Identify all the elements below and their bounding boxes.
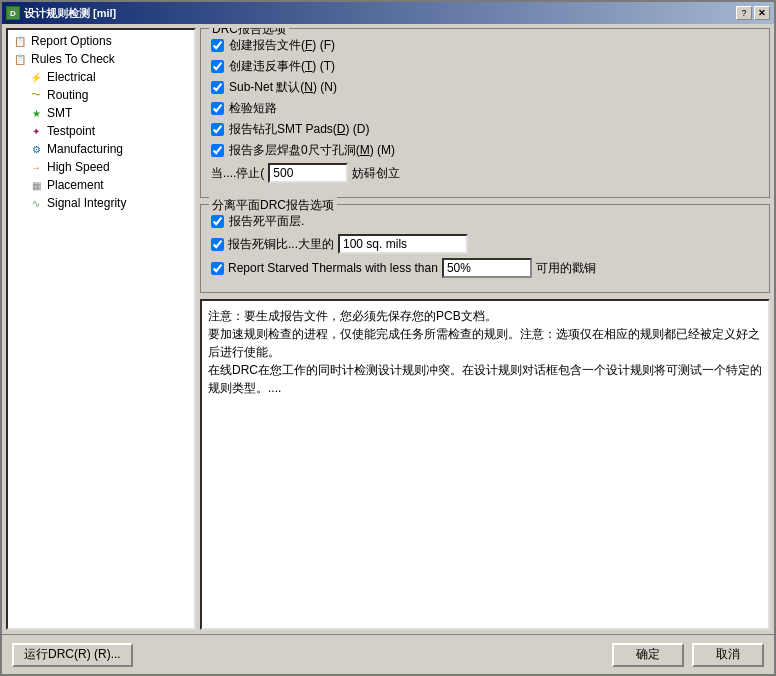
stop-prefix-label: 当....停止( bbox=[211, 165, 264, 182]
check-short-checkbox[interactable] bbox=[211, 102, 224, 115]
subnet-default-row: Sub-Net 默认(N) (N) bbox=[211, 79, 759, 96]
create-violation-row: 创建违反事件(T) (T) bbox=[211, 58, 759, 75]
report-starved-checkbox[interactable] bbox=[211, 262, 224, 275]
sidebar-item-label: Electrical bbox=[47, 70, 96, 84]
sidebar-item-label: Report Options bbox=[31, 34, 112, 48]
drc-section-title: DRC报告选项 bbox=[209, 28, 289, 38]
rules-icon: 📋 bbox=[12, 51, 28, 67]
main-window: D 设计规则检测 [mil] ? ✕ 📋 Report Options 📋 Ru… bbox=[0, 0, 776, 676]
manufacturing-icon: ⚙ bbox=[28, 141, 44, 157]
report-smt-row: 报告钻孔SMT Pads(D) (D) bbox=[211, 121, 759, 138]
subnet-default-checkbox[interactable] bbox=[211, 81, 224, 94]
left-tree-panel: 📋 Report Options 📋 Rules To Check ⚡ Elec… bbox=[6, 28, 196, 630]
plane-section-title: 分离平面DRC报告选项 bbox=[209, 197, 337, 214]
starved-value-input[interactable] bbox=[442, 258, 532, 278]
electrical-icon: ⚡ bbox=[28, 69, 44, 85]
sidebar-item-placement[interactable]: ▦ Placement bbox=[10, 176, 192, 194]
report-dead-copper-checkbox[interactable] bbox=[211, 238, 224, 251]
stop-suffix-label: 妨碍创立 bbox=[352, 165, 400, 182]
sidebar-item-label: Rules To Check bbox=[31, 52, 115, 66]
create-report-label: 创建报告文件(F) (F) bbox=[229, 37, 335, 54]
cancel-button[interactable]: 取消 bbox=[692, 643, 764, 667]
report-multilayer-label: 报告多层焊盘0尺寸孔洞(M) (M) bbox=[229, 142, 395, 159]
window-icon: D bbox=[6, 6, 20, 20]
sidebar-item-testpoint[interactable]: ✦ Testpoint bbox=[10, 122, 192, 140]
sidebar-item-signal-integrity[interactable]: ∿ Signal Integrity bbox=[10, 194, 192, 212]
sidebar-item-routing[interactable]: 〜 Routing bbox=[10, 86, 192, 104]
report-options-icon: 📋 bbox=[12, 33, 28, 49]
sidebar-item-label: SMT bbox=[47, 106, 72, 120]
placement-icon: ▦ bbox=[28, 177, 44, 193]
signal-integrity-icon: ∿ bbox=[28, 195, 44, 211]
sidebar-item-label: Testpoint bbox=[47, 124, 95, 138]
report-dead-copper-label: 报告死铜比...大里的 bbox=[228, 236, 334, 253]
bottom-bar: 运行DRC(R) (R)... 确定 取消 bbox=[2, 634, 774, 674]
sidebar-item-electrical[interactable]: ⚡ Electrical bbox=[10, 68, 192, 86]
stop-row: 当....停止( 妨碍创立 bbox=[211, 163, 759, 183]
sidebar-item-label: Routing bbox=[47, 88, 88, 102]
sidebar-item-label: Placement bbox=[47, 178, 104, 192]
run-drc-button[interactable]: 运行DRC(R) (R)... bbox=[12, 643, 133, 667]
sidebar-item-smt[interactable]: ★ SMT bbox=[10, 104, 192, 122]
note-box: 注意：要生成报告文件，您必须先保存您的PCB文档。 要加速规则检查的进程，仅使能… bbox=[200, 299, 770, 630]
report-dead-copper-row: 报告死铜比...大里的 bbox=[211, 234, 759, 254]
report-starved-label: Report Starved Thermals with less than bbox=[228, 261, 438, 275]
note-text: 注意：要生成报告文件，您必须先保存您的PCB文档。 要加速规则检查的进程，仅使能… bbox=[208, 309, 762, 395]
sidebar-item-label: Signal Integrity bbox=[47, 196, 126, 210]
report-smt-checkbox[interactable] bbox=[211, 123, 224, 136]
create-report-row: 创建报告文件(F) (F) bbox=[211, 37, 759, 54]
window-title: 设计规则检测 [mil] bbox=[24, 6, 116, 21]
sidebar-item-label: High Speed bbox=[47, 160, 110, 174]
check-short-label: 检验短路 bbox=[229, 100, 277, 117]
create-report-checkbox[interactable] bbox=[211, 39, 224, 52]
report-dead-layer-checkbox[interactable] bbox=[211, 215, 224, 228]
report-multilayer-row: 报告多层焊盘0尺寸孔洞(M) (M) bbox=[211, 142, 759, 159]
subnet-default-label: Sub-Net 默认(N) (N) bbox=[229, 79, 337, 96]
routing-icon: 〜 bbox=[28, 87, 44, 103]
report-smt-label: 报告钻孔SMT Pads(D) (D) bbox=[229, 121, 369, 138]
report-dead-layer-label: 报告死平面层. bbox=[229, 213, 304, 230]
sidebar-item-high-speed[interactable]: → High Speed bbox=[10, 158, 192, 176]
create-violation-label: 创建违反事件(T) (T) bbox=[229, 58, 335, 75]
sidebar-item-rules-to-check[interactable]: 📋 Rules To Check bbox=[10, 50, 192, 68]
high-speed-icon: → bbox=[28, 159, 44, 175]
drc-report-section: DRC报告选项 创建报告文件(F) (F) 创建违反事件(T) (T) bbox=[200, 28, 770, 198]
title-bar-controls: ? ✕ bbox=[736, 6, 770, 20]
plane-report-section: 分离平面DRC报告选项 报告死平面层. 报告死铜比...大里的 Report S… bbox=[200, 204, 770, 293]
dead-copper-value-input[interactable] bbox=[338, 234, 468, 254]
close-button[interactable]: ✕ bbox=[754, 6, 770, 20]
testpoint-icon: ✦ bbox=[28, 123, 44, 139]
title-bar: D 设计规则检测 [mil] ? ✕ bbox=[2, 2, 774, 24]
sidebar-item-manufacturing[interactable]: ⚙ Manufacturing bbox=[10, 140, 192, 158]
report-multilayer-checkbox[interactable] bbox=[211, 144, 224, 157]
report-starved-row: Report Starved Thermals with less than 可… bbox=[211, 258, 759, 278]
report-dead-layer-row: 报告死平面层. bbox=[211, 213, 759, 230]
sidebar-item-report-options[interactable]: 📋 Report Options bbox=[10, 32, 192, 50]
smt-icon: ★ bbox=[28, 105, 44, 121]
starved-suffix-label: 可用的戳铜 bbox=[536, 260, 596, 277]
check-short-row: 检验短路 bbox=[211, 100, 759, 117]
create-violation-checkbox[interactable] bbox=[211, 60, 224, 73]
content-area: 📋 Report Options 📋 Rules To Check ⚡ Elec… bbox=[6, 28, 770, 630]
stop-value-input[interactable] bbox=[268, 163, 348, 183]
help-button[interactable]: ? bbox=[736, 6, 752, 20]
sidebar-item-label: Manufacturing bbox=[47, 142, 123, 156]
right-panel: DRC报告选项 创建报告文件(F) (F) 创建违反事件(T) (T) bbox=[200, 28, 770, 630]
ok-button[interactable]: 确定 bbox=[612, 643, 684, 667]
